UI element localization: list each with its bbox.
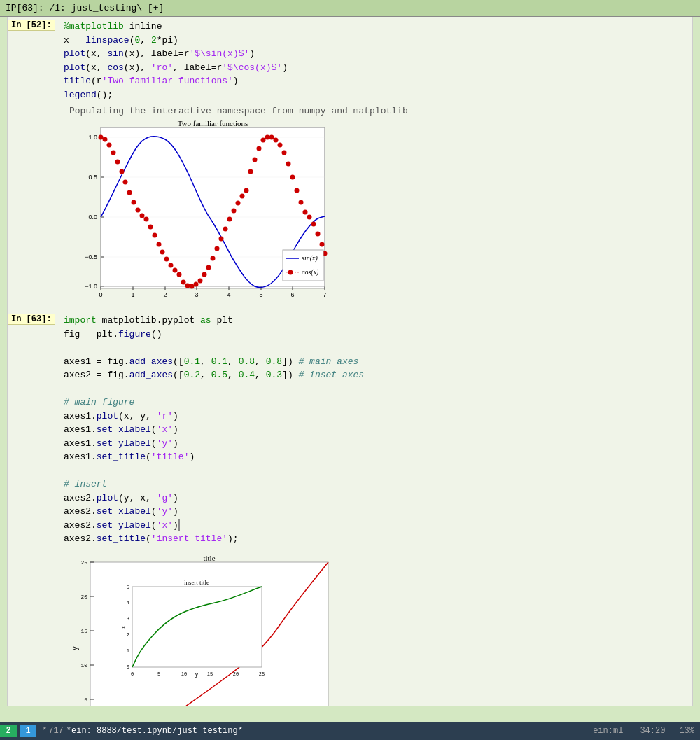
svg-text:−1.0: −1.0: [85, 283, 97, 290]
status-filename: *ein: 8888/test.ipynb/just_testing*: [66, 726, 584, 736]
svg-point-52: [177, 272, 182, 277]
svg-point-75: [274, 138, 279, 143]
svg-point-85: [316, 232, 321, 237]
code-63-12: [64, 464, 692, 478]
svg-point-64: [227, 217, 232, 222]
svg-point-34: [103, 137, 108, 142]
svg-point-66: [236, 201, 241, 206]
svg-text:1.0: 1.0: [88, 134, 97, 141]
status-cell-count: 717: [48, 726, 64, 736]
svg-point-82: [303, 210, 308, 215]
svg-point-59: [206, 265, 211, 270]
svg-point-55: [190, 284, 195, 289]
svg-point-37: [115, 160, 120, 165]
svg-point-47: [157, 242, 162, 247]
svg-text:title: title: [203, 554, 215, 562]
svg-text:5: 5: [259, 291, 262, 298]
notebook[interactable]: In [52]: %matplotlib inline x = linspace…: [7, 17, 693, 706]
svg-text:sin(x): sin(x): [302, 254, 318, 263]
svg-point-67: [240, 194, 245, 199]
chart2-container: title y x 0 5 10 15 20 25: [8, 549, 692, 707]
status-bar: 2 1 * 717 *ein: 8888/test.ipynb/just_tes…: [0, 722, 700, 740]
svg-text:4: 4: [227, 291, 230, 298]
svg-text:0: 0: [131, 671, 134, 677]
svg-text:0: 0: [127, 664, 130, 670]
svg-point-73: [265, 135, 270, 140]
status-modified: *: [42, 726, 47, 736]
cell-52-code[interactable]: %matplotlib inline x = linspace(0, 2*pi)…: [64, 20, 692, 102]
code-63-3: [64, 341, 692, 355]
code-line-6: legend();: [64, 88, 692, 102]
cell-52-label[interactable]: In [52]:: [8, 20, 55, 31]
svg-point-40: [127, 190, 132, 195]
svg-point-58: [202, 272, 207, 277]
cell-52-output-text: Populating the interactive namespace fro…: [8, 104, 692, 118]
svg-text:7: 7: [323, 291, 326, 298]
code-63-4: axes1 = fig.add_axes([0.1, 0.1, 0.8, 0.8…: [64, 355, 692, 369]
code-63-16: axes2.set_ylabel('x')​: [64, 519, 692, 533]
svg-text:15: 15: [207, 671, 213, 677]
code-63-11: axes1.set_title('title'): [64, 450, 692, 464]
svg-point-41: [132, 200, 136, 205]
svg-point-71: [257, 146, 262, 151]
svg-text:y: y: [71, 646, 79, 650]
svg-point-39: [123, 180, 128, 185]
svg-point-72: [261, 138, 266, 143]
code-line-4: plot(x, cos(x), 'ro', label=r'$\cos(x)$'…: [64, 61, 692, 75]
svg-point-65: [232, 209, 237, 214]
svg-text:6: 6: [290, 291, 294, 298]
svg-text:2: 2: [163, 291, 167, 298]
cell-63-label[interactable]: In [63]:: [8, 314, 55, 325]
code-63-1: import matplotlib.pyplot as plt: [64, 314, 692, 328]
svg-point-33: [99, 135, 104, 140]
code-line-1: %matplotlib inline: [64, 20, 692, 34]
code-63-5: axes2 = fig.add_axes([0.2, 0.5, 0.4, 0.3…: [64, 368, 692, 382]
svg-text:15: 15: [80, 628, 88, 634]
svg-text:4: 4: [127, 600, 130, 606]
cell-63-code[interactable]: import matplotlib.pyplot as plt fig = pl…: [64, 314, 692, 546]
svg-text:25: 25: [80, 559, 88, 566]
code-line-2: x = linspace(0, 2*pi): [64, 34, 692, 48]
svg-text:cos(x): cos(x): [302, 268, 319, 277]
svg-point-36: [111, 151, 116, 155]
svg-text:5: 5: [127, 585, 130, 590]
cell-63-prompt: In [63]:: [8, 314, 64, 325]
svg-point-35: [107, 143, 112, 148]
code-63-7: # main figure: [64, 396, 692, 410]
svg-text:3: 3: [195, 291, 198, 298]
status-position: 34:20: [631, 725, 673, 737]
svg-point-83: [307, 215, 312, 220]
code-63-10: axes1.set_ylabel('y'): [64, 437, 692, 451]
svg-text:0: 0: [99, 291, 102, 298]
title-bar: IP[63]: /1: just_testing\ [+]: [0, 0, 700, 17]
status-percent: 13%: [673, 725, 700, 737]
title-text: IP[63]: /1: just_testing\ [+]: [6, 3, 164, 13]
svg-point-86: [320, 242, 325, 247]
svg-text:0.5: 0.5: [88, 174, 97, 181]
svg-point-80: [295, 188, 300, 193]
code-63-17: axes2.set_title('insert title');: [64, 532, 692, 546]
svg-text:5: 5: [158, 671, 160, 677]
svg-point-60: [211, 256, 216, 261]
code-63-8: axes1.plot(x, y, 'r'): [64, 410, 692, 424]
svg-point-44: [144, 217, 149, 222]
svg-point-77: [282, 151, 287, 155]
status-vim-mode: ein:ml: [584, 725, 631, 737]
svg-point-38: [120, 169, 125, 174]
chart2-svg: title y x 0 5 10 15 20 25: [69, 552, 335, 707]
cell-52-prompt: In [52]:: [8, 20, 64, 31]
svg-text:1: 1: [131, 291, 134, 298]
svg-point-74: [270, 135, 274, 140]
code-63-9: axes1.set_xlabel('x'): [64, 423, 692, 437]
svg-point-57: [198, 279, 203, 284]
svg-text:5: 5: [84, 697, 88, 703]
svg-point-61: [215, 246, 220, 251]
svg-point-62: [219, 237, 224, 242]
svg-point-50: [169, 263, 174, 268]
svg-point-78: [286, 162, 291, 167]
svg-text:3: 3: [127, 616, 130, 622]
svg-text:y: y: [195, 671, 199, 678]
svg-point-42: [136, 208, 141, 213]
code-63-13: # insert: [64, 477, 692, 491]
svg-point-53: [181, 280, 186, 285]
